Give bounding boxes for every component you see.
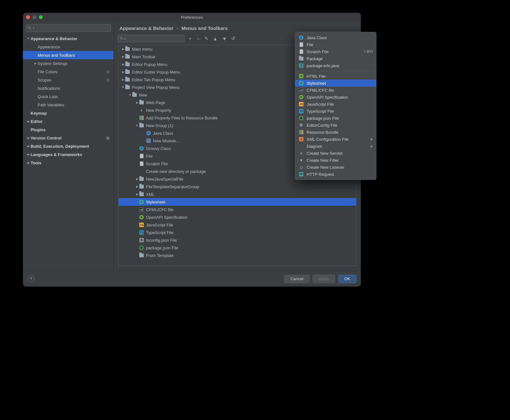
popup-menu-item[interactable]: ✳OpenAPI Specification xyxy=(295,94,376,101)
new-file-popup[interactable]: CJava ClassFileScratch File⇧⌘NPackageⓘpa… xyxy=(295,32,376,180)
tree-row-label: TypeScript File xyxy=(146,230,173,235)
sidebar-item[interactable]: Scopes⧉ xyxy=(23,76,113,84)
popup-menu-item[interactable]: ≡Create New Servlet xyxy=(295,150,376,157)
popup-menu-item[interactable]: Package xyxy=(295,55,376,62)
sidebar-item[interactable]: ▶Version Control⧉ xyxy=(23,134,113,142)
popup-item-label: TypeScript File xyxy=(307,109,334,114)
tree-row-label: Java Class xyxy=(153,131,173,136)
expand-arrow-icon: ▼ xyxy=(135,124,139,127)
popup-menu-item[interactable]: Diagram▶ xyxy=(295,143,376,150)
item-icon xyxy=(125,55,130,59)
tree-row[interactable]: ⬢package.json File xyxy=(119,244,356,252)
submenu-arrow-icon: ▶ xyxy=(371,138,373,141)
sidebar-item[interactable]: Appearance xyxy=(23,43,113,51)
popup-menu-item[interactable]: File xyxy=(295,41,376,48)
move-up-button[interactable]: ▲ xyxy=(213,36,218,41)
popup-item-label: Scratch File xyxy=(307,49,329,54)
tree-row[interactable]: ⚙tsconfig.json File xyxy=(119,236,356,244)
item-icon xyxy=(139,116,144,120)
edit-button[interactable]: ✎ xyxy=(204,36,208,41)
item-icon: ⬢ xyxy=(139,246,144,250)
popup-menu-item[interactable]: HHTML File xyxy=(295,73,376,80)
search-icon xyxy=(120,37,124,40)
popup-menu-item[interactable]: Resource Bundle xyxy=(295,129,376,136)
sidebar-item[interactable]: ▶Languages & Frameworks xyxy=(23,150,113,159)
tree-row-label: New xyxy=(139,93,147,97)
tree-row-label: Editor Tab Popup Menu xyxy=(132,77,175,82)
reset-button[interactable]: ↺ xyxy=(231,36,235,41)
keyboard-shortcut: ⇧⌘N xyxy=(363,49,373,54)
apply-button[interactable]: Apply xyxy=(313,275,335,283)
popup-item-label: XML Configuration File xyxy=(307,137,349,142)
item-icon: ✳ xyxy=(139,215,144,219)
tree-row-label: Groovy Class xyxy=(146,146,171,151)
tree-row[interactable]: ✳OpenAPI Specification xyxy=(119,213,356,221)
sidebar-item[interactable]: Quick Lists xyxy=(23,92,113,101)
sidebar-item[interactable]: File Colors⧉ xyxy=(23,68,113,76)
popup-menu-item[interactable]: ⓘpackage-info.java xyxy=(295,62,376,69)
item-icon: C xyxy=(139,146,144,151)
tree-row[interactable]: ▶FileTemplateSeparatorGroup xyxy=(119,183,356,190)
popup-menu-item[interactable]: CJava Class xyxy=(295,34,376,41)
expand-arrow-icon: ▼ xyxy=(128,93,132,96)
popup-menu-item[interactable]: ⬢package.json File xyxy=(295,115,376,122)
sidebar-item-label: Version Control xyxy=(31,136,62,140)
tree-row[interactable]: #Stylesheet xyxy=(119,198,356,206)
sidebar-item[interactable]: ▶Tools xyxy=(23,159,113,167)
remove-button[interactable]: − xyxy=(197,36,200,41)
sidebar-item-label: Menus and Toolbars xyxy=(38,53,75,58)
popup-menu-item[interactable]: APIHTTP Request xyxy=(295,171,376,178)
item-icon: # xyxy=(139,200,144,204)
sidebar-item[interactable]: ▶Build, Execution, Deployment xyxy=(23,142,113,150)
item-icon xyxy=(125,62,130,66)
tree-row-label: Web Page xyxy=(146,100,165,105)
sidebar-search-input[interactable]: ▾ xyxy=(26,24,111,32)
popup-menu-item[interactable]: ⊙Create New Listener xyxy=(295,164,376,171)
sidebar-item[interactable]: Path Variables xyxy=(23,101,113,109)
sidebar-item[interactable]: ▶System Settings xyxy=(23,59,113,68)
sidebar: ▾ ▼Appearance & BehaviorAppearanceMenus … xyxy=(23,22,114,271)
breadcrumb-category: Appearance & Behavior xyxy=(120,25,173,31)
tree-row[interactable]: JSJavaScript File xyxy=(119,221,356,229)
tree-row-label: Editor Popup Menu xyxy=(132,62,167,67)
tree-search-input[interactable]: ▾ xyxy=(118,35,185,42)
sidebar-item[interactable]: ▶Editor xyxy=(23,117,113,125)
move-down-button[interactable]: ▼ xyxy=(222,36,227,41)
tree-row[interactable]: TSTypeScript File xyxy=(119,229,356,236)
add-button[interactable]: ＋ xyxy=(188,36,193,42)
svg-line-3 xyxy=(122,39,123,40)
tree-row-label: Scratch File xyxy=(146,161,168,166)
sidebar-item[interactable]: Menus and Toolbars xyxy=(23,51,113,59)
sidebar-item-label: File Colors xyxy=(38,69,57,74)
popup-menu-item[interactable]: cfCFML/CFC file xyxy=(295,87,376,94)
popup-item-label: HTTP Request xyxy=(307,172,334,177)
sidebar-item-label: Plugins xyxy=(31,127,46,132)
popup-menu-item[interactable]: ▼Create New Filter xyxy=(295,157,376,164)
popup-item-label: Create New Filter xyxy=(307,158,339,163)
tree-row[interactable]: ▶XML xyxy=(119,190,356,198)
cancel-button[interactable]: Cancel xyxy=(284,275,309,283)
popup-menu-item[interactable]: Scratch File⇧⌘N xyxy=(295,48,376,55)
help-button[interactable]: ? xyxy=(27,275,34,282)
tree-row-label: New Property xyxy=(146,108,171,113)
popup-menu-item[interactable]: #Stylesheet xyxy=(295,80,376,87)
sidebar-item[interactable]: Keymap xyxy=(23,109,113,117)
sidebar-item[interactable]: Notifications xyxy=(23,84,113,92)
sidebar-item[interactable]: ▼Appearance & Behavior xyxy=(23,34,113,43)
popup-menu-item[interactable]: ⚙EditorConfig File xyxy=(295,122,376,129)
sidebar-item[interactable]: Plugins xyxy=(23,125,113,134)
project-config-icon: ⧉ xyxy=(106,136,111,140)
sidebar-item-label: Scopes xyxy=(38,78,51,82)
tree-row-label: FileTemplateSeparatorGroup xyxy=(146,184,199,189)
expand-arrow-icon: ▶ xyxy=(121,78,125,81)
popup-menu-item[interactable]: JSJavaScript File xyxy=(295,101,376,108)
footer: ? Cancel Apply OK xyxy=(23,271,361,287)
popup-menu-item[interactable]: TSTypeScript File xyxy=(295,108,376,115)
tree-row[interactable]: cfCFML/CFC file xyxy=(119,206,356,213)
item-icon xyxy=(139,161,144,166)
popup-menu-item[interactable]: xXML Configuration File▶ xyxy=(295,136,376,143)
tree-row[interactable]: From Template xyxy=(119,252,356,259)
tree-row-label: XML xyxy=(146,192,155,197)
ok-button[interactable]: OK xyxy=(338,275,356,283)
popup-item-label: package.json File xyxy=(307,116,339,121)
